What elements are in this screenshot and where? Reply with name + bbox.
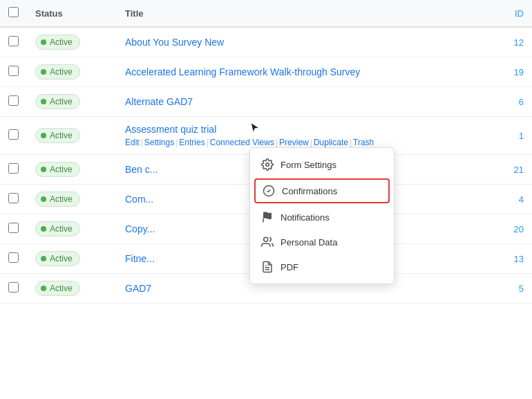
status-dot-icon [41,196,46,202]
status-badge: Active [35,64,80,80]
row-checkbox[interactable] [8,282,19,293]
dropdown-item-notifications[interactable]: Notifications [250,205,394,230]
document-icon [261,261,274,273]
action-edit[interactable]: Edit [125,138,140,147]
status-badge: Active [35,128,80,143]
action-preview[interactable]: Preview [279,138,309,147]
title-cell: Assessment quiz trialEdit|Settings|Entri… [117,117,491,155]
status-badge: Active [35,162,80,177]
title-link[interactable]: Fitne... [125,253,155,264]
dropdown-item-label: PDF [281,262,298,272]
table-row: ActiveAssessment quiz trialEdit|Settings… [0,117,532,155]
action-settings[interactable]: Settings [144,138,174,147]
dropdown-item-personal-data[interactable]: Personal Data [250,230,394,254]
id-cell: 20 [491,214,532,244]
dropdown-item-confirmations[interactable]: Confirmations [254,178,390,203]
dropdown-item-form-settings[interactable]: Form Settings [250,152,394,177]
status-label: Active [50,224,73,234]
dropdown-item-label: Personal Data [281,237,337,248]
status-dot-icon [41,167,46,172]
title-cell: About You Survey New [117,27,491,57]
title-link[interactable]: Alternate GAD7 [125,96,193,107]
status-label: Active [50,194,73,204]
row-checkbox[interactable] [8,193,19,203]
title-cell: Alternate GAD7 [117,87,491,117]
select-all-header [0,0,27,27]
svg-point-3 [264,237,268,241]
svg-point-0 [266,163,269,167]
id-cell: 13 [491,244,532,274]
status-badge: Active [35,281,80,296]
status-label: Active [50,67,73,77]
status-dot-icon [41,133,46,138]
id-cell: 4 [491,185,532,214]
select-all-checkbox[interactable] [8,7,19,17]
cursor-overlay [248,121,263,136]
check-circle-icon [263,185,275,197]
status-label: Active [50,254,73,263]
status-label: Active [50,165,73,174]
status-label: Active [50,37,73,47]
row-checkbox[interactable] [8,163,19,174]
row-checkbox[interactable] [8,223,19,233]
row-checkbox[interactable] [8,129,19,140]
title-link[interactable]: Copy... [125,223,155,234]
action-entries[interactable]: Entries [179,138,205,147]
action-duplicate[interactable]: Duplicate [314,138,348,147]
status-badge: Active [35,192,80,207]
status-dot-icon [41,286,46,291]
status-dot-icon [41,99,46,104]
id-cell: 21 [491,155,532,185]
status-dot-icon [41,226,46,232]
title-cell: Accelerated Learning Framework Walk-thro… [117,57,491,87]
status-column-header: Status [27,0,117,27]
row-actions: Edit|Settings|Entries|Connected Views|Pr… [125,138,482,147]
status-label: Active [50,131,73,140]
title-link[interactable]: Ben c... [125,164,158,175]
dropdown-item-label: Notifications [281,212,330,223]
status-badge: Active [35,94,80,109]
row-checkbox[interactable] [8,252,19,263]
status-dot-icon [41,69,46,75]
title-link[interactable]: About You Survey New [125,37,224,48]
id-cell: 19 [491,57,532,87]
table-row: ActiveAlternate GAD76 [0,87,532,117]
dropdown-item-pdf[interactable]: PDF [250,254,394,279]
status-badge: Active [35,251,80,266]
flag-icon [261,211,274,223]
status-label: Active [50,284,73,293]
row-checkbox[interactable] [8,95,19,106]
people-icon [261,236,274,248]
title-link[interactable]: Assessment quiz trial [125,124,216,135]
dropdown-item-label: Confirmations [282,186,337,196]
dropdown-menu: Form Settings Confirmations Notification… [249,147,395,284]
action-trash[interactable]: Trash [353,138,374,147]
status-dot-icon [41,256,46,261]
id-cell: 1 [491,117,532,155]
title-link[interactable]: Accelerated Learning Framework Walk-thro… [125,66,360,77]
title-link[interactable]: Com... [125,194,153,205]
title-column-header: Title [117,0,491,27]
status-label: Active [50,97,73,106]
id-column-header: ID [491,0,532,27]
status-dot-icon [41,39,46,45]
status-badge: Active [35,221,80,236]
row-checkbox[interactable] [8,36,19,46]
gear-icon [261,158,274,171]
title-link[interactable]: GAD7 [125,283,151,294]
dropdown-item-label: Form Settings [281,160,336,170]
status-badge: Active [35,35,80,50]
id-cell: 6 [491,87,532,117]
id-cell: 5 [491,274,532,304]
row-checkbox[interactable] [8,66,19,76]
id-cell: 12 [491,27,532,57]
table-row: ActiveAbout You Survey New12 [0,27,532,57]
action-connected-views[interactable]: Connected Views [210,138,274,147]
table-row: ActiveAccelerated Learning Framework Wal… [0,57,532,87]
